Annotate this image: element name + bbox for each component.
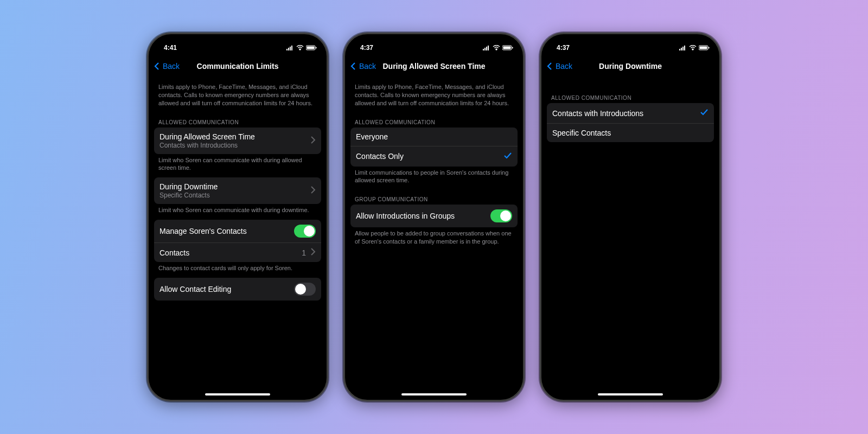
intro-text: Limits apply to Phone, FaceTime, Message… bbox=[154, 81, 321, 113]
notch bbox=[590, 34, 671, 48]
notch bbox=[393, 34, 475, 48]
option-specific-contacts[interactable]: Specific Contacts bbox=[547, 123, 714, 142]
back-button[interactable]: Back bbox=[349, 62, 376, 71]
svg-rect-11 bbox=[488, 46, 489, 50]
home-indicator bbox=[401, 393, 467, 395]
back-button[interactable]: Back bbox=[153, 62, 180, 71]
chevron-right-icon bbox=[310, 186, 316, 195]
svg-rect-9 bbox=[484, 48, 486, 50]
phone-during-downtime: 4:37 Back During Downtime ALLOWED COMMUN… bbox=[540, 33, 721, 401]
status-icons bbox=[679, 45, 710, 50]
row-title: Allow Introductions in Groups bbox=[356, 212, 455, 220]
nav-bar: Back Communication Limits bbox=[149, 56, 327, 76]
chevron-left-icon bbox=[349, 62, 358, 71]
content: Limits apply to Phone, FaceTime, Message… bbox=[149, 76, 327, 301]
phone-communication-limits: 4:41 Back Communication Limits Limits ap… bbox=[147, 33, 328, 401]
svg-rect-14 bbox=[503, 47, 511, 49]
option-contacts-only[interactable]: Contacts Only bbox=[350, 146, 518, 167]
option-footer: Limit communications to people in Soren'… bbox=[350, 167, 518, 190]
row-footer: Limit who Soren can communicate with dur… bbox=[154, 204, 321, 220]
svg-rect-19 bbox=[684, 46, 685, 50]
toggle-manage-contacts[interactable] bbox=[294, 225, 316, 238]
svg-point-4 bbox=[299, 49, 301, 50]
checkmark-icon bbox=[503, 151, 512, 162]
phone-during-allowed-screen-time: 4:37 Back During Allowed Screen Time Lim… bbox=[343, 33, 525, 401]
svg-point-12 bbox=[496, 49, 497, 50]
back-label: Back bbox=[163, 62, 180, 71]
row-manage-contacts[interactable]: Manage Soren's Contacts bbox=[154, 220, 321, 242]
back-label: Back bbox=[359, 62, 376, 71]
status-time: 4:41 bbox=[164, 44, 177, 52]
row-during-downtime[interactable]: During Downtime Specific Contacts bbox=[154, 177, 321, 204]
signal-icon bbox=[286, 45, 294, 50]
nav-bar: Back During Downtime bbox=[541, 56, 719, 76]
battery-icon bbox=[502, 45, 513, 50]
svg-rect-0 bbox=[286, 49, 288, 50]
content: ALLOWED COMMUNICATION Contacts with Intr… bbox=[541, 76, 719, 142]
option-everyone[interactable]: Everyone bbox=[350, 127, 518, 146]
status-icons bbox=[483, 45, 513, 50]
option-label: Everyone bbox=[356, 132, 388, 141]
intro-text: Limits apply to Phone, FaceTime, Message… bbox=[350, 81, 518, 113]
toggle-allow-contact-editing[interactable] bbox=[294, 283, 316, 296]
battery-icon bbox=[306, 45, 317, 50]
back-label: Back bbox=[556, 62, 572, 71]
home-indicator bbox=[205, 393, 270, 395]
row-during-allowed-screen-time[interactable]: During Allowed Screen Time Contacts with… bbox=[154, 127, 321, 154]
svg-rect-22 bbox=[700, 47, 707, 49]
svg-rect-15 bbox=[512, 47, 513, 49]
svg-rect-8 bbox=[483, 49, 484, 50]
row-footer: Limit who Soren can communicate with dur… bbox=[154, 154, 321, 178]
svg-rect-6 bbox=[307, 47, 315, 49]
svg-point-20 bbox=[692, 49, 693, 50]
row-subtitle: Specific Contacts bbox=[159, 192, 218, 199]
row-subtitle: Contacts with Introductions bbox=[159, 142, 255, 149]
svg-rect-3 bbox=[291, 46, 292, 50]
svg-rect-7 bbox=[316, 47, 317, 49]
wifi-icon bbox=[296, 45, 304, 50]
back-button[interactable]: Back bbox=[546, 62, 572, 71]
wifi-icon bbox=[493, 45, 500, 50]
row-allow-contact-editing[interactable]: Allow Contact Editing bbox=[154, 278, 321, 301]
status-icons bbox=[286, 45, 317, 50]
chevron-right-icon bbox=[310, 136, 316, 145]
chevron-right-icon bbox=[310, 248, 316, 257]
row-footer: Allow people to be added to group conver… bbox=[350, 227, 518, 251]
option-label: Contacts with Introductions bbox=[552, 109, 643, 118]
row-footer: Changes to contact cards will only apply… bbox=[154, 262, 321, 278]
option-contacts-with-introductions[interactable]: Contacts with Introductions bbox=[547, 103, 714, 123]
svg-rect-23 bbox=[709, 47, 710, 49]
row-allow-introductions[interactable]: Allow Introductions in Groups bbox=[350, 205, 518, 227]
signal-icon bbox=[679, 45, 687, 50]
svg-rect-10 bbox=[486, 47, 487, 50]
row-title: Contacts bbox=[159, 248, 189, 257]
battery-icon bbox=[699, 45, 710, 50]
home-indicator bbox=[598, 393, 663, 395]
svg-rect-1 bbox=[288, 48, 289, 50]
chevron-left-icon bbox=[546, 62, 554, 71]
option-label: Contacts Only bbox=[356, 152, 404, 161]
row-detail: 1 bbox=[302, 248, 306, 257]
checkmark-icon bbox=[700, 108, 709, 118]
svg-rect-17 bbox=[681, 48, 682, 50]
row-title: Allow Contact Editing bbox=[159, 285, 231, 293]
row-title: During Allowed Screen Time bbox=[159, 132, 255, 141]
wifi-icon bbox=[689, 45, 697, 50]
section-header-group: GROUP COMMUNICATION bbox=[350, 190, 518, 205]
nav-bar: Back During Allowed Screen Time bbox=[345, 56, 523, 76]
toggle-allow-introductions[interactable] bbox=[490, 209, 512, 222]
section-header-allowed: ALLOWED COMMUNICATION bbox=[350, 113, 518, 127]
row-title: During Downtime bbox=[159, 182, 218, 191]
content: Limits apply to Phone, FaceTime, Message… bbox=[345, 76, 523, 251]
row-contacts[interactable]: Contacts 1 bbox=[154, 242, 321, 262]
svg-rect-18 bbox=[682, 47, 684, 50]
status-time: 4:37 bbox=[557, 44, 570, 52]
section-header-allowed: ALLOWED COMMUNICATION bbox=[547, 88, 714, 103]
notch bbox=[197, 34, 278, 48]
row-title: Manage Soren's Contacts bbox=[159, 227, 247, 235]
svg-rect-16 bbox=[679, 49, 680, 50]
signal-icon bbox=[483, 45, 490, 50]
option-label: Specific Contacts bbox=[552, 129, 611, 137]
svg-rect-2 bbox=[290, 47, 291, 50]
status-time: 4:37 bbox=[360, 44, 373, 52]
